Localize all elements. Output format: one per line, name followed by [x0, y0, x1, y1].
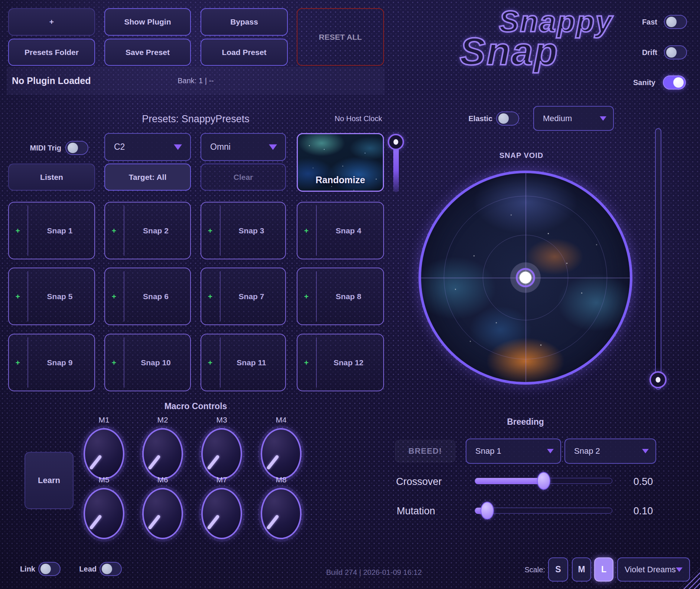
snap-slot[interactable]: + Snap 8	[297, 268, 384, 325]
snap-slot[interactable]: + Snap 5	[8, 268, 95, 325]
crossover-slider[interactable]	[475, 478, 612, 484]
link-label: Link	[7, 562, 35, 576]
sanity-label: Sanity	[615, 75, 655, 90]
macro-knob[interactable]	[261, 488, 302, 539]
randomize-amount-knob[interactable]	[388, 134, 404, 150]
host-clock-status: No Host Clock	[321, 114, 395, 123]
listen-button[interactable]: Listen	[8, 164, 95, 191]
void-depth-slider[interactable]	[655, 128, 661, 390]
midi-channel-value: Omni	[210, 142, 231, 152]
snap-slot[interactable]: + Snap 4	[297, 202, 384, 259]
snap-slot[interactable]: + Snap 2	[104, 202, 191, 259]
add-snap-icon[interactable]: +	[110, 292, 118, 301]
save-preset-button[interactable]: Save Preset	[104, 39, 191, 66]
snap-void-pad[interactable]	[419, 171, 632, 385]
snap-slot[interactable]: + Snap 9	[8, 334, 95, 391]
macro-knob[interactable]	[261, 428, 302, 479]
chevron-down-icon	[174, 144, 182, 150]
fast-label: Fast	[616, 15, 657, 29]
void-cursor[interactable]	[520, 272, 531, 284]
parent-b-dropdown[interactable]: Snap 2	[564, 438, 656, 464]
add-snap-icon[interactable]: +	[206, 226, 215, 235]
add-snap-icon[interactable]: +	[302, 292, 311, 301]
drift-toggle[interactable]	[664, 45, 687, 59]
snap-slot-label: Snap 6	[124, 268, 187, 324]
snap-slot-label: Snap 8	[317, 268, 380, 324]
add-snap-icon[interactable]: +	[13, 358, 22, 367]
add-snap-icon[interactable]: +	[302, 358, 311, 367]
add-plugin-button[interactable]: +	[8, 8, 95, 36]
macro-knob-label: M3	[199, 415, 244, 424]
fast-toggle[interactable]	[664, 15, 687, 29]
show-plugin-button[interactable]: Show Plugin	[104, 8, 191, 36]
add-snap-icon[interactable]: +	[13, 226, 22, 235]
learn-button[interactable]: Learn	[25, 452, 74, 509]
snap-slot[interactable]: + Snap 3	[201, 202, 286, 259]
add-snap-icon[interactable]: +	[110, 226, 118, 235]
macro-knob[interactable]	[84, 428, 124, 479]
add-snap-icon[interactable]: +	[302, 226, 311, 235]
snap-slot[interactable]: + Snap 11	[201, 334, 286, 391]
presets-title: Presets: SnappyPresets	[84, 113, 307, 125]
link-toggle[interactable]	[38, 562, 61, 576]
reset-all-button[interactable]: RESET ALL	[297, 8, 384, 66]
void-size-dropdown[interactable]: Medium	[533, 106, 614, 131]
snap-slot[interactable]: + Snap 6	[104, 268, 191, 325]
add-snap-icon[interactable]: +	[110, 358, 118, 367]
trigger-note-dropdown[interactable]: C2	[104, 133, 191, 161]
scale-medium-button[interactable]: M	[572, 557, 591, 582]
crossover-value: 0.50	[621, 476, 665, 488]
snap-slot[interactable]: + Snap 12	[297, 334, 384, 391]
add-snap-icon[interactable]: +	[206, 358, 215, 367]
sanity-toggle-knob	[673, 77, 684, 88]
macro-knob[interactable]	[201, 428, 242, 479]
knob-pointer	[207, 514, 220, 530]
bypass-button[interactable]: Bypass	[201, 8, 288, 36]
parent-a-dropdown[interactable]: Snap 1	[466, 438, 561, 464]
target-button[interactable]: Target: All	[104, 164, 191, 191]
chevron-down-icon	[269, 144, 277, 150]
snap-slot-label: Snap 4	[317, 203, 380, 259]
snap-slot[interactable]: + Snap 10	[104, 334, 191, 391]
macro-knob-label: M4	[259, 415, 303, 424]
breed-button[interactable]: BREED!	[395, 440, 455, 462]
void-depth-knob[interactable]	[649, 371, 667, 388]
scale-large-button[interactable]: L	[594, 557, 613, 582]
theme-dropdown[interactable]: Violet Dreams	[617, 557, 690, 582]
add-snap-icon[interactable]: +	[13, 292, 22, 301]
load-preset-button[interactable]: Load Preset	[201, 39, 288, 66]
macro-knob[interactable]	[142, 428, 183, 479]
clear-button[interactable]: Clear	[201, 164, 286, 191]
add-snap-icon[interactable]: +	[206, 292, 215, 301]
crossover-fill	[475, 478, 544, 484]
randomize-button[interactable]: Randomize	[297, 133, 384, 192]
mutation-knob[interactable]	[481, 502, 494, 520]
plugin-status-bar: No Plugin Loaded Bank: 1 | --	[7, 67, 385, 95]
lead-label: Lead	[69, 562, 97, 576]
knob-pointer	[207, 454, 220, 470]
crossover-label: Crossover	[382, 476, 456, 488]
macro-knob[interactable]	[201, 488, 242, 539]
crossover-knob[interactable]	[537, 472, 550, 490]
lead-toggle[interactable]	[100, 562, 122, 576]
mutation-slider[interactable]	[475, 508, 612, 514]
macro-knob-label: M6	[140, 475, 185, 484]
midi-trig-toggle-knob	[68, 143, 78, 153]
midi-channel-dropdown[interactable]: Omni	[201, 133, 286, 161]
elastic-toggle[interactable]	[496, 111, 519, 126]
snap-slot[interactable]: + Snap 1	[8, 202, 95, 259]
chevron-down-icon	[547, 449, 554, 453]
presets-folder-button[interactable]: Presets Folder	[8, 39, 95, 66]
randomize-label: Randomize	[298, 175, 383, 185]
macro-knob[interactable]	[84, 488, 124, 539]
snap-slot-label: Snap 7	[221, 268, 282, 324]
knob-pointer	[266, 514, 279, 530]
midi-trig-toggle[interactable]	[65, 141, 88, 155]
snap-slot[interactable]: + Snap 7	[201, 268, 286, 325]
macro-knob[interactable]	[142, 488, 183, 539]
elastic-label: Elastic	[444, 111, 492, 126]
snap-slot-label: Snap 10	[124, 334, 187, 391]
scale-small-button[interactable]: S	[548, 557, 568, 582]
build-info: Build 274 | 2026-01-09 16:12	[300, 568, 448, 577]
sanity-toggle[interactable]	[663, 75, 686, 90]
